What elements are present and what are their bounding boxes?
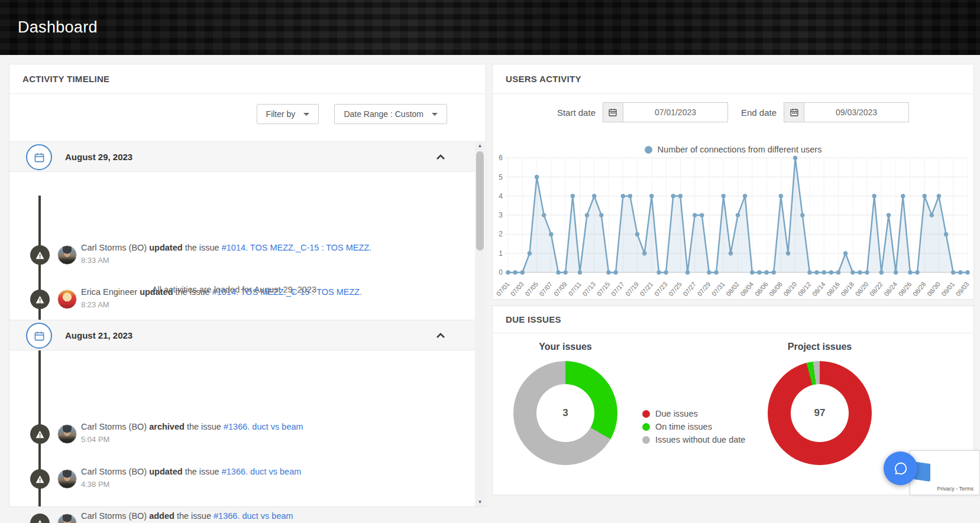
issue-warning-icon	[30, 424, 50, 444]
avatar	[57, 424, 77, 444]
svg-text:07/11: 07/11	[567, 281, 583, 297]
chat-button[interactable]	[884, 451, 917, 485]
chevron-down-icon	[303, 113, 309, 116]
legend-item-ontime: On time issues	[642, 422, 745, 431]
timeline-date-header: August 29, 2023	[9, 141, 478, 172]
activity-time: 8:23 AM	[81, 300, 109, 309]
issue-link[interactable]: #1366. duct vs beam	[222, 467, 302, 476]
chevron-down-icon	[432, 113, 438, 116]
project-issues-donut-chart: 97	[768, 361, 872, 465]
calendar-icon	[608, 108, 617, 117]
scroll-down-arrow-icon[interactable]: ▼	[475, 498, 485, 506]
avatar	[57, 514, 77, 523]
user-name: Carl Storms (BO)	[81, 422, 147, 431]
start-date-label: Start date	[557, 108, 596, 118]
issue-warning-icon	[30, 469, 50, 489]
all-loaded-message: All activities are loaded for August 29,…	[9, 285, 459, 294]
activity-time: 5:04 PM	[81, 435, 109, 444]
collapse-group-button[interactable]	[435, 330, 446, 341]
avatar	[57, 469, 77, 489]
action: archived	[149, 422, 185, 431]
legend-item-nodate: Issues without due date	[642, 435, 745, 444]
filter-by-button[interactable]: Filter by	[257, 104, 319, 124]
svg-text:07/09: 07/09	[552, 281, 568, 298]
user-name: Carl Storms (BO)	[81, 467, 147, 476]
calendar-icon	[790, 108, 799, 117]
end-date-calendar-button[interactable]	[784, 102, 804, 122]
svg-text:5: 5	[499, 173, 503, 181]
svg-text:08/20: 08/20	[854, 281, 870, 298]
activity-time: 8:33 AM	[81, 256, 109, 265]
chevron-up-icon	[436, 333, 445, 339]
collapse-group-button[interactable]	[435, 152, 446, 163]
svg-text:2: 2	[499, 230, 503, 238]
users-activity-line-chart: 012345607/0107/0307/0507/0707/0907/1107/…	[493, 146, 975, 299]
group-date-label: August 29, 2023	[65, 152, 132, 162]
issue-link[interactable]: #1014. TOS MEZZ._C-15 : TOS MEZZ.	[222, 243, 372, 252]
svg-text:08/22: 08/22	[868, 281, 884, 298]
scroll-up-arrow-icon[interactable]: ▲	[475, 141, 485, 150]
project-issues-chart-block: Project issues 97	[749, 342, 891, 465]
svg-text:09/01: 09/01	[940, 281, 956, 298]
svg-text:07/25: 07/25	[667, 281, 683, 298]
start-date-calendar-button[interactable]	[603, 102, 623, 122]
end-date-input[interactable]	[804, 102, 909, 122]
user-name: Carl Storms (BO)	[81, 511, 147, 521]
timeline-scrollbar[interactable]: ▲ ▼	[475, 141, 485, 506]
due-issues-title: DUE ISSUES	[506, 314, 561, 324]
svg-text:07/19: 07/19	[624, 281, 640, 298]
calendar-badge-icon	[26, 323, 52, 349]
svg-text:07/23: 07/23	[653, 281, 669, 298]
svg-text:0: 0	[499, 268, 503, 277]
chat-bubble-icon	[893, 461, 908, 476]
your-issues-count: 3	[562, 407, 568, 419]
your-issues-title: Your issues	[494, 342, 636, 352]
activity-item: Carl Storms (BO) updated the issue #1014…	[9, 236, 462, 274]
svg-text:07/27: 07/27	[681, 281, 697, 298]
action: added	[149, 511, 174, 521]
svg-text:08/24: 08/24	[882, 281, 898, 298]
timeline-filters: Filter by Date Range : Custom	[9, 104, 447, 124]
svg-text:07/17: 07/17	[610, 281, 626, 298]
svg-text:07/31: 07/31	[710, 281, 726, 298]
due-issues-legend: Due issues On time issues Issues without…	[642, 409, 745, 448]
users-activity-panel: USERS ACTIVITY Start date End date Numbe…	[492, 64, 974, 300]
users-activity-header: USERS ACTIVITY	[493, 64, 973, 94]
legend-dot-icon	[642, 423, 650, 431]
page-header: Dashboard	[0, 0, 980, 55]
users-activity-title: USERS ACTIVITY	[506, 74, 581, 84]
project-issues-count: 97	[814, 407, 826, 419]
activity-timeline-header: ACTIVITY TIMELINE	[9, 64, 486, 94]
svg-text:07/03: 07/03	[509, 281, 525, 298]
end-date-label: End date	[741, 108, 777, 118]
scrollbar-thumb[interactable]	[476, 151, 484, 251]
activity-item: Carl Storms (BO) updated the issue #1366…	[9, 460, 462, 498]
your-issues-donut-chart: 3	[513, 361, 617, 465]
activity-item: Carl Storms (BO) added the issue #1366. …	[9, 504, 462, 523]
svg-text:4: 4	[499, 192, 503, 200]
issue-warning-icon	[30, 245, 50, 265]
svg-text:08/02: 08/02	[725, 281, 740, 298]
svg-text:08/28: 08/28	[911, 281, 927, 298]
your-issues-chart-block: Your issues 3	[494, 342, 636, 465]
date-range-button[interactable]: Date Range : Custom	[334, 104, 447, 124]
svg-text:6: 6	[499, 154, 503, 162]
legend-dot-icon	[642, 410, 650, 418]
start-date-input[interactable]	[623, 102, 728, 122]
legend-dot-icon	[642, 436, 650, 444]
calendar-badge-icon	[26, 144, 52, 170]
issue-link[interactable]: #1366. duct vs beam	[224, 422, 303, 431]
svg-text:08/14: 08/14	[811, 281, 827, 298]
svg-text:08/08: 08/08	[768, 281, 784, 298]
issue-link[interactable]: #1366. duct vs beam	[214, 511, 293, 521]
action: updated	[149, 243, 182, 252]
activity-time: 4:38 PM	[81, 480, 109, 489]
svg-text:08/12: 08/12	[797, 281, 813, 298]
legend-item-due: Due issues	[642, 409, 745, 418]
activity-timeline-panel: ACTIVITY TIMELINE Filter by Date Range :…	[9, 64, 486, 507]
issue-warning-icon	[30, 514, 50, 523]
user-name: Carl Storms (BO)	[81, 243, 147, 252]
chevron-up-icon	[436, 154, 445, 160]
timeline-date-header: August 21, 2023	[9, 320, 478, 350]
recaptcha-terms[interactable]: Privacy - Terms	[937, 486, 973, 492]
